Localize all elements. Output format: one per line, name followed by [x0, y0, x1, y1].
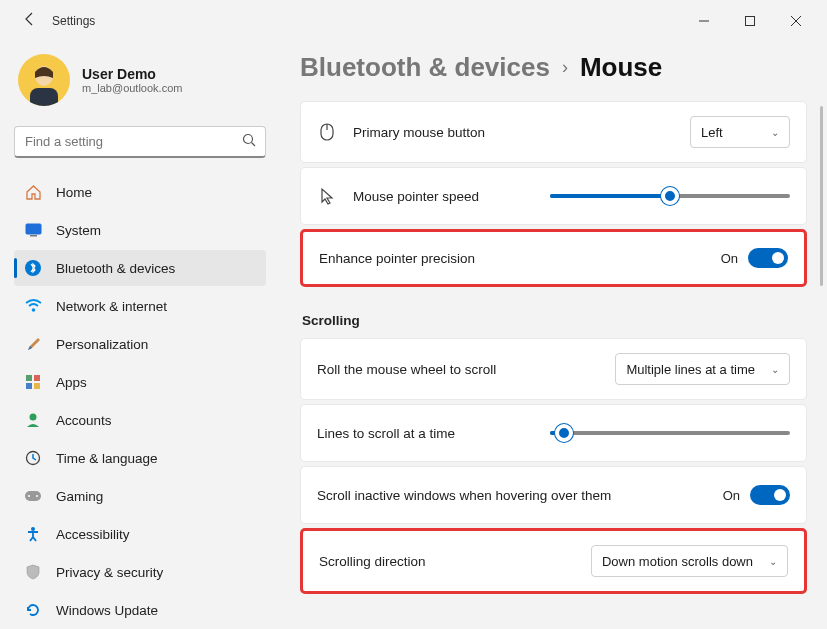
chevron-down-icon: ⌄: [771, 364, 779, 375]
sidebar: User Demo m_lab@outlook.com Home System …: [0, 42, 280, 629]
breadcrumb: Bluetooth & devices › Mouse: [300, 52, 807, 83]
wifi-icon: [24, 297, 42, 315]
nav-label: Privacy & security: [56, 565, 163, 580]
nav-personalization[interactable]: Personalization: [14, 326, 266, 362]
nav-label: Accounts: [56, 413, 112, 428]
svg-point-16: [30, 414, 37, 421]
lines-scroll-slider[interactable]: [550, 431, 790, 435]
nav-label: System: [56, 223, 101, 238]
user-block[interactable]: User Demo m_lab@outlook.com: [14, 50, 266, 120]
nav-label: Windows Update: [56, 603, 158, 618]
nav-network[interactable]: Network & internet: [14, 288, 266, 324]
svg-point-6: [244, 135, 253, 144]
main-content: Bluetooth & devices › Mouse Primary mous…: [280, 42, 827, 629]
pointer-speed-slider[interactable]: [550, 194, 790, 198]
nav-label: Accessibility: [56, 527, 130, 542]
nav-system[interactable]: System: [14, 212, 266, 248]
svg-point-11: [31, 308, 35, 312]
user-name: User Demo: [82, 66, 182, 82]
panel-label: Lines to scroll at a time: [317, 426, 550, 441]
maximize-button[interactable]: [727, 5, 773, 37]
breadcrumb-parent[interactable]: Bluetooth & devices: [300, 52, 550, 83]
svg-line-7: [252, 143, 256, 147]
nav-apps[interactable]: Apps: [14, 364, 266, 400]
nav-privacy[interactable]: Privacy & security: [14, 554, 266, 590]
nav-accounts[interactable]: Accounts: [14, 402, 266, 438]
panel-label: Primary mouse button: [353, 125, 690, 140]
search-icon: [242, 133, 256, 151]
brush-icon: [24, 335, 42, 353]
panel-label: Enhance pointer precision: [319, 251, 721, 266]
scroll-direction-dropdown[interactable]: Down motion scrolls down ⌄: [591, 545, 788, 577]
avatar: [18, 54, 70, 106]
system-icon: [24, 221, 42, 239]
scrollbar[interactable]: [820, 106, 823, 286]
panel-label: Mouse pointer speed: [353, 189, 550, 204]
shield-icon: [24, 563, 42, 581]
apps-icon: [24, 373, 42, 391]
svg-rect-8: [26, 224, 41, 234]
panel-scroll-inactive: Scroll inactive windows when hovering ov…: [300, 466, 807, 524]
nav-label: Personalization: [56, 337, 148, 352]
cursor-icon: [317, 187, 337, 205]
titlebar: Settings: [0, 0, 827, 42]
section-scrolling-title: Scrolling: [302, 313, 807, 328]
app-title: Settings: [52, 14, 95, 28]
nav-accessibility[interactable]: Accessibility: [14, 516, 266, 552]
toggle-state: On: [721, 251, 738, 266]
panel-scroll-direction: Scrolling direction Down motion scrolls …: [300, 528, 807, 594]
search-input[interactable]: [14, 126, 266, 158]
home-icon: [24, 183, 42, 201]
svg-rect-5: [30, 88, 58, 106]
clock-icon: [24, 449, 42, 467]
roll-wheel-dropdown[interactable]: Multiple lines at a time ⌄: [615, 353, 790, 385]
close-button[interactable]: [773, 5, 819, 37]
nav-home[interactable]: Home: [14, 174, 266, 210]
svg-rect-1: [746, 17, 755, 26]
update-icon: [24, 601, 42, 619]
back-button[interactable]: [22, 11, 38, 31]
nav-label: Gaming: [56, 489, 103, 504]
nav-label: Home: [56, 185, 92, 200]
nav-label: Apps: [56, 375, 87, 390]
svg-rect-12: [26, 375, 32, 381]
enhance-precision-toggle[interactable]: [748, 248, 788, 268]
gamepad-icon: [24, 487, 42, 505]
search-wrap: [14, 126, 266, 158]
svg-rect-15: [34, 383, 40, 389]
nav-label: Network & internet: [56, 299, 167, 314]
nav-bluetooth[interactable]: Bluetooth & devices: [14, 250, 266, 286]
panel-lines-scroll: Lines to scroll at a time: [300, 404, 807, 462]
bluetooth-icon: [24, 259, 42, 277]
svg-rect-18: [25, 491, 41, 501]
nav-time[interactable]: Time & language: [14, 440, 266, 476]
panel-label: Scrolling direction: [319, 554, 591, 569]
mouse-icon: [317, 123, 337, 141]
panel-enhance-precision: Enhance pointer precision On: [300, 229, 807, 287]
user-email: m_lab@outlook.com: [82, 82, 182, 94]
svg-rect-14: [26, 383, 32, 389]
svg-rect-9: [30, 235, 37, 237]
panel-label: Roll the mouse wheel to scroll: [317, 362, 615, 377]
person-icon: [24, 411, 42, 429]
svg-point-21: [31, 527, 35, 531]
chevron-down-icon: ⌄: [769, 556, 777, 567]
primary-button-dropdown[interactable]: Left ⌄: [690, 116, 790, 148]
breadcrumb-current: Mouse: [580, 52, 662, 83]
nav-label: Bluetooth & devices: [56, 261, 175, 276]
nav-gaming[interactable]: Gaming: [14, 478, 266, 514]
dropdown-value: Multiple lines at a time: [626, 362, 755, 377]
nav-update[interactable]: Windows Update: [14, 592, 266, 628]
panel-roll-wheel: Roll the mouse wheel to scroll Multiple …: [300, 338, 807, 400]
nav-list: Home System Bluetooth & devices Network …: [14, 174, 266, 628]
dropdown-value: Down motion scrolls down: [602, 554, 753, 569]
svg-rect-13: [34, 375, 40, 381]
svg-point-19: [28, 495, 30, 497]
panel-label: Scroll inactive windows when hovering ov…: [317, 488, 723, 503]
minimize-button[interactable]: [681, 5, 727, 37]
dropdown-value: Left: [701, 125, 723, 140]
scroll-inactive-toggle[interactable]: [750, 485, 790, 505]
panel-pointer-speed: Mouse pointer speed: [300, 167, 807, 225]
nav-label: Time & language: [56, 451, 158, 466]
svg-point-20: [36, 495, 38, 497]
